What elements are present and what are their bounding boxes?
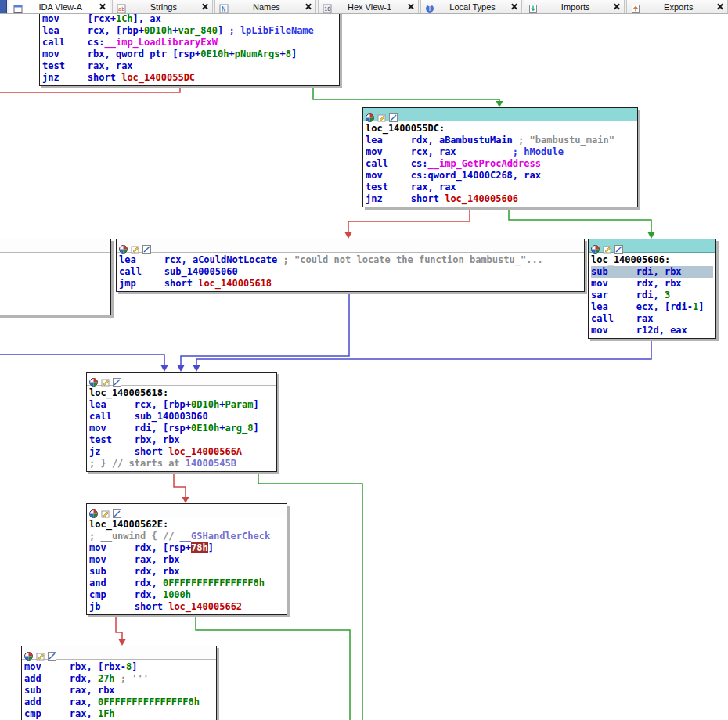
tab-label: IDA View-A [26,2,96,12]
edit-node-icon[interactable] [603,242,611,250]
basic-block-loc_140005618[interactable]: loc_140005618:lea rcx, [rbp+0D10h+Param]… [86,372,277,472]
collapse-node-icon[interactable] [142,242,151,250]
edit-node-icon[interactable] [131,242,139,250]
node-color-icon[interactable] [119,242,128,250]
tab-close-icon[interactable] [613,3,620,10]
node-titlebar[interactable] [117,239,584,253]
asm-line[interactable]: aded, error=%d"... [0,278,108,290]
asm-line[interactable]: sub rdi, rbx [591,266,713,278]
edit-node-icon[interactable] [101,506,110,515]
tab-imports[interactable]: Imports [524,0,625,13]
tab-close-icon[interactable] [305,3,312,10]
asm-line[interactable]: sub rax, rbx [24,685,214,697]
asm-line[interactable]: loc_14000562E: [89,519,284,531]
asm-line[interactable] [0,254,108,266]
asm-line[interactable]: sub rdx, rbx [89,566,284,578]
asm-line[interactable]: lea rcx, [rbp+0D10h+Param] [89,399,274,411]
basic-block-loc_14000562E[interactable]: loc_14000562E:; __unwind { // __GSHandle… [86,503,287,615]
asm-line[interactable]: call sub_140003D60 [89,411,274,423]
node-color-icon[interactable] [24,649,33,657]
tab-hex-view-1[interactable]: 10Hex View-1 [318,0,420,13]
basic-block-loc_140005606[interactable]: loc_140005606:sub rdi, rbxmov rdx, rbxsa… [588,239,716,339]
asm-line[interactable]: test rax, rax [366,182,635,193]
tab-local-types[interactable]: TLocal Types [420,0,522,13]
node-color-icon[interactable] [591,242,600,250]
asm-line[interactable]: ; } // starts at 14000545B [89,458,274,470]
node-titlebar[interactable] [363,108,637,121]
node-titlebar[interactable] [589,239,715,253]
asm-line[interactable]: mov rax, rbx [89,554,284,566]
asm-line[interactable] [0,301,108,313]
asm-line[interactable] [0,290,108,301]
basic-block-left-clipped[interactable]: aded, error=%d"... [0,239,111,315]
tab-close-icon[interactable] [99,3,106,10]
asm-line[interactable]: mov rdi, [rsp+0E10h+arg_8] [89,423,274,434]
edit-node-icon[interactable] [36,649,45,657]
tab-names[interactable]: NNames [214,0,316,13]
asm-line[interactable]: loc_1400055DC: [366,123,635,135]
flow-edge-blue [0,355,164,366]
edit-node-icon[interactable] [377,110,386,119]
edit-node-icon[interactable] [101,375,110,383]
asm-line[interactable]: call cs:__imp_LoadLibraryExW [42,37,337,49]
basic-block-loc_1400055DC[interactable]: loc_1400055DC:lea rdx, aBambustuMain ; "… [362,107,638,207]
asm-line[interactable]: mov rdx, rbx [591,278,713,290]
asm-line[interactable]: add rax, 0FFFFFFFFFFFFFFF8h [24,697,214,708]
asm-line[interactable]: mov rbx, qword ptr [rsp+0E10h+pNumArgs+8… [42,49,337,60]
asm-line[interactable]: ; __unwind { // __GSHandlerCheck [89,531,284,542]
asm-line[interactable]: loc_140005618: [89,387,274,399]
asm-line[interactable]: sar rdi, 3 [591,290,713,301]
asm-line[interactable]: mov rdx, [rsp+78h] [89,542,284,554]
node-color-icon[interactable] [89,375,98,383]
asm-line[interactable] [0,266,108,278]
collapse-node-icon[interactable] [113,506,121,515]
node-titlebar[interactable] [87,373,276,386]
basic-block-entry[interactable]: mov [rcx+1Ch], axlea rcx, [rbp+0D10h+var… [39,11,340,86]
asm-line[interactable]: jnz short loc_1400055DC [42,72,337,84]
collapse-node-icon[interactable] [48,649,56,657]
collapse-node-icon[interactable] [113,375,121,383]
asm-line[interactable]: mov [rcx+1Ch], ax [42,13,337,25]
asm-line[interactable]: and rdx, 0FFFFFFFFFFFFFFF8h [89,578,284,589]
asm-line[interactable]: cmp rax, 1Fh [24,708,214,720]
asm-line[interactable]: test rbx, rbx [89,434,274,446]
asm-line[interactable]: mov cs:qword_14000C268, rax [366,170,635,182]
tab-ida-view-a[interactable]: IDA View-A [9,0,110,13]
asm-line[interactable]: cmp rdx, 1000h [89,589,284,601]
tab-close-icon[interactable] [407,3,414,10]
asm-line[interactable]: mov r12d, eax [591,325,713,337]
asm-line[interactable]: loc_140005606: [591,254,713,266]
asm-line[interactable]: test rax, rax [42,60,337,72]
tab-strings[interactable]: abStrings [112,0,214,13]
asm-line[interactable]: jz short loc_14000566A [89,446,274,458]
asm-line[interactable]: jnz short loc_140005606 [366,193,635,205]
basic-block-bottom-clipped[interactable]: mov rbx, [rbx-8]add rdx, 27h ; '''sub ra… [21,646,217,720]
asm-line[interactable]: lea rdx, aBambustuMain ; "bambustu_main" [366,135,635,146]
asm-line[interactable]: lea rcx, [rbp+0D10h+var_840] ; lpLibFile… [42,25,337,37]
node-color-icon[interactable] [89,506,98,515]
tab-close-icon[interactable] [716,3,723,10]
node-titlebar[interactable] [87,504,287,517]
collapse-node-icon[interactable] [614,242,623,250]
asm-line[interactable]: lea rcx, aCouldNotLocate ; "could not lo… [119,254,582,266]
node-titlebar[interactable] [22,646,216,660]
graph-canvas[interactable]: mov [rcx+1Ch], axlea rcx, [rbp+0D10h+var… [0,0,728,720]
tab-close-icon[interactable] [510,3,517,10]
asm-line[interactable]: call sub_140005060 [119,266,582,278]
tab-close-icon[interactable] [201,3,208,10]
asm-line[interactable]: call cs:__imp_GetProcAddress [366,158,635,170]
asm-line[interactable]: jmp short loc_140005618 [119,278,582,290]
asm-line[interactable]: call rax [591,313,713,325]
dock-handle-icon[interactable] [0,0,7,13]
asm-line[interactable]: lea ecx, [rdi-1] [591,301,713,313]
asm-line[interactable]: jb short loc_140005662 [89,601,284,613]
asm-line[interactable]: mov rbx, [rbx-8] [24,661,214,673]
node-color-icon[interactable] [366,110,374,119]
collapse-node-icon[interactable] [389,110,398,119]
asm-line[interactable]: mov rcx, rax ; hModule [366,146,635,158]
asm-line[interactable]: add rdx, 27h ; ''' [24,673,214,685]
flow-edge-green [313,86,499,102]
basic-block-could-not-locate[interactable]: lea rcx, aCouldNotLocate ; "could not lo… [116,239,585,292]
node-titlebar[interactable] [0,239,110,253]
tab-exports[interactable]: Exports [626,0,728,13]
